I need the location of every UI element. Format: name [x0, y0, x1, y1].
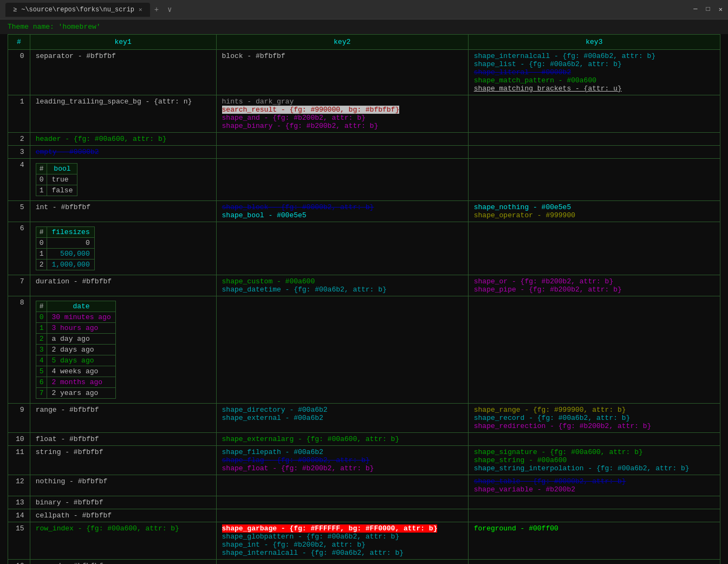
- row-num-9: 9: [8, 404, 30, 433]
- row-0-key2: block - #bfbfbf: [216, 50, 468, 95]
- row-2-key2: [216, 133, 468, 146]
- terminal-icon: ≥: [13, 6, 17, 14]
- filesizes-table: # filesizes 0 0 1 500,000: [36, 226, 95, 270]
- row-10-key2: shape_externalarg - {fg: #00a600, attr: …: [216, 433, 468, 446]
- row-10-key1: float - #bfbfbf: [30, 433, 216, 446]
- row-9-key3: shape_range - {fg: #999900, attr: b} sha…: [468, 404, 720, 433]
- row-num-15: 15: [8, 522, 30, 560]
- restore-button[interactable]: □: [706, 5, 710, 14]
- row-8-key2: [216, 296, 468, 404]
- row-num-4: 4: [8, 159, 30, 201]
- row-6-key2: [216, 222, 468, 275]
- table-row: 3 empty - #0000b2: [8, 146, 720, 159]
- row-num-3: 3: [8, 146, 30, 159]
- titlebar: ≥ ~\source\repos\forks\nu_scrip ✕ + ∨ ─ …: [0, 0, 728, 20]
- tab-label: ~\source\repos\forks\nu_scrip: [21, 6, 134, 14]
- row-7-key1: duration - #bfbfbf: [30, 275, 216, 296]
- table-row: 2 header - {fg: #00a600, attr: b}: [8, 133, 720, 146]
- row-15-key1: row_index - {fg: #00a600, attr: b}: [30, 522, 216, 560]
- row-6-key3: [468, 222, 720, 275]
- table-row: 15 row_index - {fg: #00a600, attr: b} sh…: [8, 522, 720, 560]
- col-header-hash: #: [8, 35, 30, 50]
- row-12-key1: nothing - #bfbfbf: [30, 475, 216, 496]
- theme-name-line: Theme name: 'homebrew': [0, 20, 728, 34]
- row-8-key3: [468, 296, 720, 404]
- new-tab-button[interactable]: +: [150, 5, 163, 14]
- row-5-key1: int - #bfbfbf: [30, 201, 216, 222]
- table-row: 10 float - #bfbfbf shape_externalarg - {…: [8, 433, 720, 446]
- tab-dropdown-button[interactable]: ∨: [163, 5, 176, 14]
- row-2-key3: [468, 133, 720, 146]
- row-15-key3: foreground - #00ff00: [468, 522, 720, 560]
- table-row: 14 cellpath - #bfbfbf: [8, 509, 720, 522]
- row-4-key2: [216, 159, 468, 201]
- row-11-key1: string - #bfbfbf: [30, 446, 216, 475]
- row-num-0: 0: [8, 50, 30, 95]
- col-header-key1: key1: [30, 35, 216, 50]
- row-5-key3: shape_nothing - #00e5e5 shape_operator -…: [468, 201, 720, 222]
- table-row: 11 string - #bfbfbf shape_filepath - #00…: [8, 446, 720, 475]
- row-9-key2: shape_directory - #00a6b2 shape_external…: [216, 404, 468, 433]
- table-row: 12 nothing - #bfbfbf shape_table - {fg: …: [8, 475, 720, 496]
- row-1-key2: hints - dark_gray search_result - {fg: #…: [216, 95, 468, 133]
- row-15-key2: shape_garbage - {fg: #FFFFFF, bg: #FF000…: [216, 522, 468, 560]
- table-row: 16 record - #bfbfbf: [8, 560, 720, 565]
- row-num-1: 1: [8, 95, 30, 133]
- row-3-key2: [216, 146, 468, 159]
- minimize-button[interactable]: ─: [693, 5, 697, 14]
- date-table: # date 0 30 minutes ago 1 3 hours: [36, 301, 116, 399]
- row-4-key3: [468, 159, 720, 201]
- row-num-16: 16: [8, 560, 30, 565]
- terminal-tab[interactable]: ≥ ~\source\repos\forks\nu_scrip ✕: [5, 3, 150, 17]
- row-num-2: 2: [8, 133, 30, 146]
- main-content: # key1 key2 key3 0 separator - #bfbfbf b…: [0, 34, 728, 564]
- table-row: 9 range - #bfbfbf shape_directory - #00a…: [8, 404, 720, 433]
- row-0-key3: shape_internalcall - {fg: #00a6b2, attr:…: [468, 50, 720, 95]
- row-num-12: 12: [8, 475, 30, 496]
- row-num-6: 6: [8, 222, 30, 275]
- row-13-key2: [216, 496, 468, 509]
- row-14-key1: cellpath - #bfbfbf: [30, 509, 216, 522]
- table-row: 0 separator - #bfbfbf block - #bfbfbf sh…: [8, 50, 720, 95]
- row-3-key3: [468, 146, 720, 159]
- data-table: # key1 key2 key3 0 separator - #bfbfbf b…: [8, 34, 720, 564]
- row-num-13: 13: [8, 496, 30, 509]
- row-7-key3: shape_or - {fg: #b200b2, attr: b} shape_…: [468, 275, 720, 296]
- col-header-key3: key3: [468, 35, 720, 50]
- row-16-key1: record - #bfbfbf: [30, 560, 216, 565]
- row-8-key1: # date 0 30 minutes ago 1 3 hours: [30, 296, 216, 404]
- window-controls: ─ □ ✕: [693, 5, 723, 14]
- row-2-key1: header - {fg: #00a600, attr: b}: [30, 133, 216, 146]
- row-11-key2: shape_filepath - #00a6b2 shape_flag - {f…: [216, 446, 468, 475]
- row-4-key1: # bool 0 true 1 false: [30, 159, 216, 201]
- row-num-10: 10: [8, 433, 30, 446]
- row-num-7: 7: [8, 275, 30, 296]
- table-row: 4 # bool 0 true: [8, 159, 720, 201]
- col-header-key2: key2: [216, 35, 468, 50]
- row-14-key3: [468, 509, 720, 522]
- row-6-key1: # filesizes 0 0 1 500,000: [30, 222, 216, 275]
- row-13-key3: [468, 496, 720, 509]
- close-button[interactable]: ✕: [719, 5, 723, 14]
- row-16-key2: [216, 560, 468, 565]
- tab-close-button[interactable]: ✕: [139, 6, 142, 13]
- row-1-key3: [468, 95, 720, 133]
- row-9-key1: range - #bfbfbf: [30, 404, 216, 433]
- row-14-key2: [216, 509, 468, 522]
- table-row: 8 # date 0 30 minutes ago: [8, 296, 720, 404]
- row-num-14: 14: [8, 509, 30, 522]
- table-row: 13 binary - #bfbfbf: [8, 496, 720, 509]
- row-7-key2: shape_custom - #00a600 shape_datetime - …: [216, 275, 468, 296]
- row-1-key1: leading_trailing_space_bg - {attr: n}: [30, 95, 216, 133]
- table-row: 6 # filesizes 0 0: [8, 222, 720, 275]
- row-3-key1: empty - #0000b2: [30, 146, 216, 159]
- row-16-key3: [468, 560, 720, 565]
- row-num-5: 5: [8, 201, 30, 222]
- row-13-key1: binary - #bfbfbf: [30, 496, 216, 509]
- row-0-key1: separator - #bfbfbf: [30, 50, 216, 95]
- table-row: 7 duration - #bfbfbf shape_custom - #00a…: [8, 275, 720, 296]
- bool-table: # bool 0 true 1 false: [36, 163, 78, 196]
- row-12-key3: shape_table - {fg: #0000b2, attr: b} sha…: [468, 475, 720, 496]
- row-5-key2: shape_block - {fg: #0000b2, attr: b} sha…: [216, 201, 468, 222]
- row-12-key2: [216, 475, 468, 496]
